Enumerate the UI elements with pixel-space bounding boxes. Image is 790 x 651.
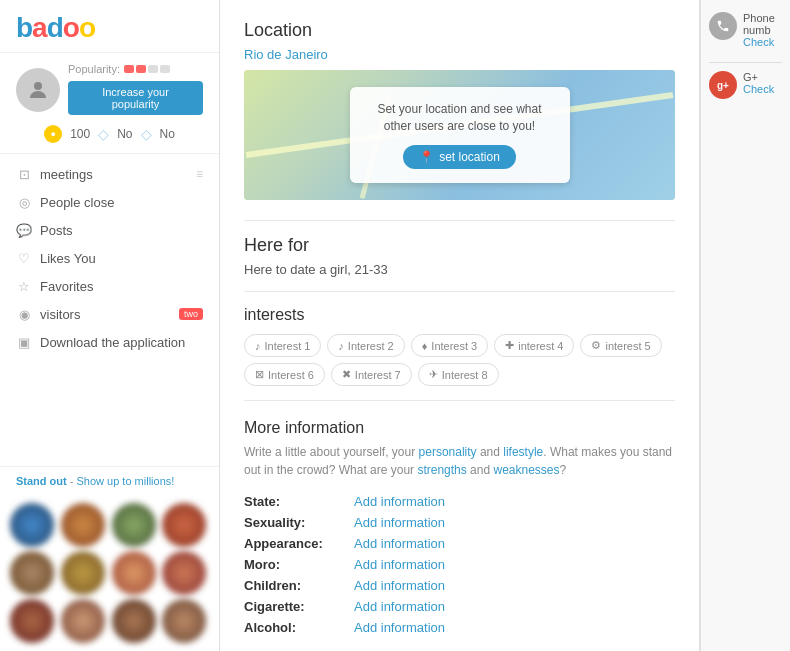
posts-label: Posts (40, 223, 73, 238)
stats-row: ● 100 ◇ No ◇ No (44, 125, 175, 143)
moro-label: Moro: (244, 557, 354, 572)
sidebar-item-download[interactable]: ▣ Download the application (0, 328, 219, 356)
nav-menu: ⊡ meetings ≡ ◎ People close 💬 Posts ♡ Li… (0, 154, 219, 466)
sidebar-item-people-close[interactable]: ◎ People close (0, 188, 219, 216)
favorites-label: Favorites (40, 279, 93, 294)
moro-add-link[interactable]: Add information (354, 557, 445, 572)
set-location-btn-label: set location (439, 150, 500, 164)
likes-you-icon: ♡ (16, 250, 32, 266)
person-thumb-8[interactable] (162, 551, 206, 595)
interest-tag-7[interactable]: ✖Interest 7 (331, 363, 412, 386)
map-container: Set your location and see what other use… (244, 70, 675, 200)
profile-area: Popularity: Increase your popularity ● 1… (0, 53, 219, 154)
person-thumb-10[interactable] (61, 599, 105, 643)
download-label: Download the application (40, 335, 185, 350)
stand-out-text: Stand out (16, 475, 67, 487)
weaknesses-link[interactable]: weaknesses (493, 463, 559, 477)
state-value: Add information (354, 494, 445, 509)
gplus-label: G+ (743, 71, 758, 83)
map-overlay: Set your location and see what other use… (244, 70, 675, 200)
interest-label-3: Interest 3 (431, 340, 477, 352)
info-row-state: State: Add information (244, 491, 675, 512)
state-add-link[interactable]: Add information (354, 494, 445, 509)
interest-tag-3[interactable]: ♦Interest 3 (411, 334, 488, 357)
more-info-section: More information Write a little about yo… (244, 419, 675, 638)
set-location-text: Set your location and see what other use… (370, 101, 550, 135)
phone-label: Phone numb (743, 12, 775, 36)
logo-area: badoo (0, 0, 219, 53)
person-thumb-5[interactable] (10, 551, 54, 595)
gplus-social-item: g+ G+ Check (709, 71, 782, 99)
info-row-moro: Moro: Add information (244, 554, 675, 575)
location-pin-icon: 📍 (419, 150, 434, 164)
stand-out-link[interactable]: Show up to millions! (77, 475, 175, 487)
person-thumb-7[interactable] (112, 551, 156, 595)
interest-tags: ♪Interest 1 ♪Interest 2 ♦Interest 3 ✚int… (244, 334, 675, 386)
svg-point-0 (34, 82, 42, 90)
children-add-link[interactable]: Add information (354, 578, 445, 593)
interest-icon-5: ⚙ (591, 339, 601, 352)
alcohol-label: Alcohol: (244, 620, 354, 635)
interest-tag-1[interactable]: ♪Interest 1 (244, 334, 321, 357)
person-thumb-6[interactable] (61, 551, 105, 595)
logo-d: d (47, 12, 63, 43)
strengths-link[interactable]: strengths (417, 463, 466, 477)
meetings-icon: ⊡ (16, 166, 32, 182)
popularity-label: Popularity: (68, 63, 120, 75)
stand-out-banner: Stand out - Show up to millions! (0, 466, 219, 495)
alcohol-value: Add information (354, 620, 445, 635)
people-close-icon: ◎ (16, 194, 32, 210)
person-thumb-4[interactable] (162, 503, 206, 547)
sexuality-add-link[interactable]: Add information (354, 515, 445, 530)
interest-icon-1: ♪ (255, 340, 261, 352)
cigarette-label: Cigarette: (244, 599, 354, 614)
person-thumb-11[interactable] (112, 599, 156, 643)
person-thumb-3[interactable] (112, 503, 156, 547)
appearance-add-link[interactable]: Add information (354, 536, 445, 551)
person-thumb-12[interactable] (162, 599, 206, 643)
visitors-label: visitors (40, 307, 80, 322)
phone-icon-circle (709, 12, 737, 40)
sidebar-item-visitors[interactable]: ◉ visitors two (0, 300, 219, 328)
set-location-button[interactable]: 📍 set location (403, 145, 516, 169)
info-row-appearance: Appearance: Add information (244, 533, 675, 554)
visitors-icon: ◉ (16, 306, 32, 322)
interest-label-7: Interest 7 (355, 369, 401, 381)
interest-tag-2[interactable]: ♪Interest 2 (327, 334, 404, 357)
here-for-value: Here to date a girl, 21-33 (244, 262, 675, 277)
phone-check-link[interactable]: Check (743, 36, 782, 48)
interest-label-1: Interest 1 (265, 340, 311, 352)
divider-2 (244, 291, 675, 292)
posts-icon: 💬 (16, 222, 32, 238)
increase-popularity-button[interactable]: Increase your popularity (68, 81, 203, 115)
divider-3 (244, 400, 675, 401)
person-thumb-2[interactable] (61, 503, 105, 547)
lifestyle-link[interactable]: lifestyle (503, 445, 543, 459)
sidebar-item-posts[interactable]: 💬 Posts (0, 216, 219, 244)
gplus-check-link[interactable]: Check (743, 83, 774, 95)
divider-1 (244, 220, 675, 221)
location-city-link[interactable]: Rio de Janeiro (244, 47, 675, 62)
interest-tag-6[interactable]: ⊠Interest 6 (244, 363, 325, 386)
person-thumb-9[interactable] (10, 599, 54, 643)
children-label: Children: (244, 578, 354, 593)
coin-count: 100 (70, 127, 90, 141)
interest-tag-4[interactable]: ✚interest 4 (494, 334, 574, 357)
person-thumb-1[interactable] (10, 503, 54, 547)
popularity-bars (124, 65, 170, 73)
sidebar-item-meetings[interactable]: ⊡ meetings ≡ (0, 160, 219, 188)
interests-section: interests ♪Interest 1 ♪Interest 2 ♦Inter… (244, 306, 675, 386)
sidebar-item-likes-you[interactable]: ♡ Likes You (0, 244, 219, 272)
coin-icon: ● (44, 125, 62, 143)
alcohol-add-link[interactable]: Add information (354, 620, 445, 635)
favorites-icon: ☆ (16, 278, 32, 294)
more-info-title: More information (244, 419, 675, 437)
interest-tag-5[interactable]: ⚙interest 5 (580, 334, 661, 357)
cigarette-add-link[interactable]: Add information (354, 599, 445, 614)
gplus-social-info: G+ Check (743, 71, 774, 95)
personality-link[interactable]: personality (419, 445, 477, 459)
pop-bar-3 (148, 65, 158, 73)
interest-tag-8[interactable]: ✈Interest 8 (418, 363, 499, 386)
sidebar-item-favorites[interactable]: ☆ Favorites (0, 272, 219, 300)
gplus-icon-circle: g+ (709, 71, 737, 99)
